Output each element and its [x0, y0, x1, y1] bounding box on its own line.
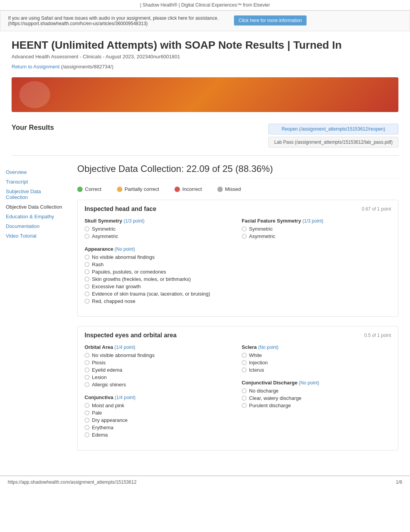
- orbital-area-title: Orbital Area (1/4 point): [85, 344, 234, 350]
- skull-symmetry-title: Skull Symmetry (1/3 point): [85, 218, 234, 224]
- sidebar-item-documentation[interactable]: Documentation: [6, 221, 64, 231]
- section-title-head: Inspected head and face: [85, 206, 156, 212]
- orbital-shiners-circle: [85, 382, 90, 387]
- legend-incorrect: Incorrect: [175, 186, 202, 192]
- labpass-button[interactable]: Lab Pass (/assignment_attempts/15153612/…: [268, 137, 398, 148]
- conjunctiva-points: (1/4 point): [115, 395, 136, 400]
- orbital-eyelid-circle: [85, 367, 90, 372]
- conjunctiva-dry-item: Dry appearance: [85, 416, 234, 424]
- banner-graphic: [19, 81, 50, 108]
- conjunctiva-moist-label: Moist and pink: [92, 403, 124, 408]
- missed-dot: [217, 187, 223, 192]
- orbital-ptosis-item: Ptosis: [85, 359, 234, 366]
- discharge-purulent-item: Purulent discharge: [242, 402, 391, 409]
- page-subtitle: Advanced Health Assessment - Clinicals -…: [12, 54, 398, 59]
- appearance-red-nose-item: Red, chapped nose: [85, 297, 234, 305]
- sclera-injection-circle: [242, 360, 247, 365]
- return-to-assignment-link[interactable]: Return to Assignment (/assignments/88273…: [12, 64, 114, 70]
- appearance-rash-item: Rash: [85, 261, 234, 268]
- sclera-white-label: White: [249, 352, 262, 358]
- legend-partial: Partially correct: [117, 186, 159, 192]
- safari-notice: If you are using Safari and have issues …: [0, 10, 410, 31]
- orbital-ptosis-label: Ptosis: [92, 360, 105, 365]
- appearance-rash-label: Rash: [92, 262, 103, 267]
- orbital-normal-circle: [85, 353, 90, 358]
- section-points-head: 0.67 of 1 point: [362, 206, 391, 212]
- reopen-button[interactable]: Reopen (/assignment_attempts/15153612/re…: [268, 124, 398, 134]
- assessment-section-eyes: Inspected eyes and orbital area 0.5 of 1…: [77, 326, 398, 450]
- conjunctiva-pale-circle: [85, 410, 90, 415]
- orbital-eyelid-label: Eyelid edema: [92, 367, 122, 373]
- conjunctiva-dry-label: Dry appearance: [92, 417, 128, 423]
- orbital-shiners-item: Allergic shiners: [85, 381, 234, 388]
- orbital-normal-label: No visible abnormal findings: [92, 352, 155, 358]
- skull-symmetry-section: Skull Symmetry (1/3 point) Symmetric Asy…: [85, 218, 234, 240]
- appearance-hair-growth-item: Excessive hair growth: [85, 283, 234, 290]
- sidebar: Overview Transcript Subjective Data Coll…: [0, 160, 69, 464]
- click-info-button[interactable]: Click here for more information: [234, 15, 307, 25]
- appearance-points: (No point): [115, 246, 135, 252]
- appearance-skin-trauma-item: Evidence of skin trauma (scar, laceratio…: [85, 290, 234, 297]
- correct-dot: [77, 187, 83, 192]
- footer-url: https://app.shadowhealth.com/assignment_…: [8, 479, 137, 485]
- assessment-section-head: Inspected head and face 0.67 of 1 point …: [77, 200, 398, 317]
- conjunctiva-pale-label: Pale: [92, 410, 102, 416]
- facial-symmetry-points: (1/3 point): [303, 218, 324, 224]
- conjunctiva-title: Conjunctiva (1/4 point): [85, 394, 234, 400]
- conjunctiva-moist-circle: [85, 403, 90, 408]
- conjunctiva-edema-item: Edema: [85, 431, 234, 439]
- sidebar-item-overview[interactable]: Overview: [6, 167, 64, 177]
- sidebar-item-objective[interactable]: Objective Data Collection: [6, 202, 64, 212]
- eyes-two-col: Orbital Area (1/4 point) No visible abno…: [85, 344, 391, 445]
- sidebar-item-subjective[interactable]: Subjective Data Collection: [6, 187, 64, 202]
- appearance-red-nose-circle: [85, 299, 90, 304]
- orbital-normal-item: No visible abnormal findings: [85, 352, 234, 359]
- appearance-papules-circle: [85, 269, 90, 274]
- appearance-hair-growth-circle: [85, 284, 90, 289]
- section-header-eyes: Inspected eyes and orbital area 0.5 of 1…: [85, 332, 391, 339]
- section-header-head: Inspected head and face 0.67 of 1 point: [85, 206, 391, 212]
- page-title: HEENT (Unlimited Attempts) with SOAP Not…: [12, 39, 398, 51]
- conjunctiva-erythema-item: Erythema: [85, 424, 234, 431]
- conjunctiva-erythema-circle: [85, 425, 90, 430]
- appearance-normal-label: No visible abnormal findings: [92, 254, 155, 260]
- conjunctiva-edema-circle: [85, 432, 90, 437]
- facial-symmetric-item: Symmetric: [242, 225, 391, 233]
- sidebar-item-transcript[interactable]: Transcript: [6, 177, 64, 187]
- facial-asymmetric-circle: [242, 234, 247, 239]
- appearance-papules-item: Papules, pustules, or comedones: [85, 268, 234, 275]
- appearance-skin-growths-item: Skin growths (freckles, moles, or birthm…: [85, 275, 234, 283]
- your-results-section: Your Results Reopen (/assignment_attempt…: [0, 120, 410, 151]
- conjunctiva-edema-label: Edema: [92, 432, 108, 438]
- legend-correct: Correct: [77, 186, 102, 192]
- appearance-skin-growths-label: Skin growths (freckles, moles, or birthm…: [92, 276, 191, 282]
- banner-area: [12, 77, 398, 112]
- discharge-none-circle: [242, 388, 247, 393]
- facial-symmetry-section: Facial Feature Symmetry (1/3 point) Symm…: [242, 218, 391, 240]
- sclera-injection-label: Injection: [249, 360, 268, 365]
- sclera-title: Sclera (No point): [242, 344, 391, 350]
- conjunctival-discharge-points: (No point): [299, 380, 319, 386]
- divider: [12, 155, 398, 156]
- section-title-eyes: Inspected eyes and orbital area: [85, 332, 176, 339]
- section-heading: Objective Data Collection: 22.09 of 25 (…: [77, 163, 398, 178]
- facial-symmetric-label: Symmetric: [249, 226, 273, 232]
- sclera-icterus-label: Icterus: [249, 367, 264, 373]
- skull-symmetric-circle: [85, 226, 90, 231]
- skull-symmetric-item: Symmetric: [85, 225, 234, 233]
- sclera-white-item: White: [242, 352, 391, 359]
- appearance-papules-label: Papules, pustules, or comedones: [92, 269, 166, 275]
- orbital-lesion-label: Lesion: [92, 374, 107, 380]
- main-content: Objective Data Collection: 22.09 of 25 (…: [69, 160, 410, 464]
- head-left-col: Skull Symmetry (1/3 point) Symmetric Asy…: [85, 218, 234, 311]
- sidebar-item-video[interactable]: Video Tutorial: [6, 231, 64, 241]
- appearance-title: Appearance (No point): [85, 246, 234, 252]
- discharge-clear-label: Clear, watery discharge: [249, 395, 302, 401]
- sidebar-item-education[interactable]: Education & Empathy: [6, 212, 64, 221]
- incorrect-dot: [175, 187, 180, 192]
- discharge-clear-item: Clear, watery discharge: [242, 394, 391, 402]
- facial-symmetric-circle: [242, 226, 247, 231]
- conjunctiva-section: Conjunctiva (1/4 point) Moist and pink P…: [85, 394, 234, 439]
- safari-notice-text: If you are using Safari and have issues …: [8, 15, 219, 26]
- orbital-lesion-item: Lesion: [85, 374, 234, 381]
